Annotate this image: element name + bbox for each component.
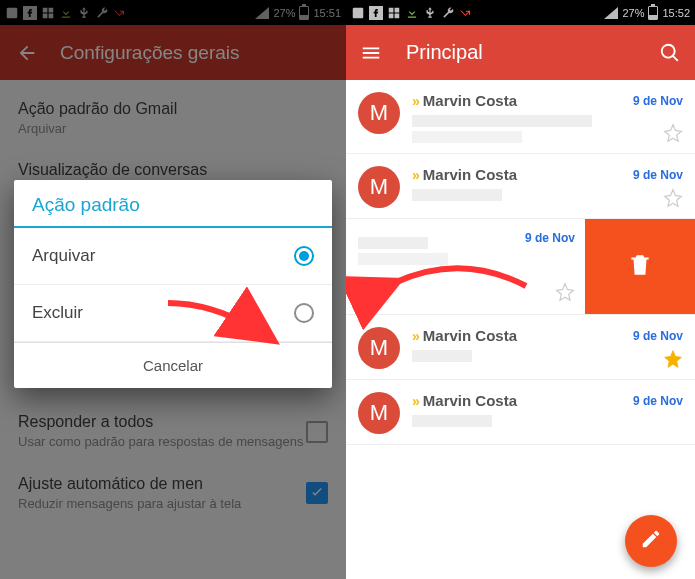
- star-icon[interactable]: [663, 123, 683, 143]
- wrench-icon: [441, 6, 455, 20]
- missed-call-icon: [459, 6, 473, 20]
- avatar[interactable]: M: [358, 166, 400, 208]
- swipe-delete-action[interactable]: [585, 219, 695, 314]
- importance-marker-icon: »: [412, 328, 417, 344]
- hamburger-icon[interactable]: [360, 42, 382, 64]
- mail-date: 9 de Nov: [633, 168, 683, 182]
- download-icon: [405, 6, 419, 20]
- mail-date: 9 de Nov: [525, 231, 575, 245]
- appbar-inbox: Principal: [346, 25, 695, 80]
- pencil-icon: [640, 528, 662, 554]
- search-icon[interactable]: [659, 42, 681, 64]
- app-icon: [351, 6, 365, 20]
- clock: 15:52: [662, 7, 690, 19]
- signal-icon: [604, 7, 618, 19]
- snippet-redacted: [412, 131, 522, 143]
- subject-redacted: [412, 115, 592, 127]
- mail-row[interactable]: M »Marvin Costa 9 de Nov: [346, 154, 695, 219]
- mail-row[interactable]: M »Marvin Costa 9 de Nov: [346, 315, 695, 380]
- mail-row-swiped[interactable]: 9 de Nov: [346, 219, 695, 315]
- dialog-cancel-button[interactable]: Cancelar: [14, 342, 332, 388]
- inbox-list[interactable]: M »Marvin Costa 9 de Nov M »Marvin Costa…: [346, 80, 695, 579]
- importance-marker-icon: »: [412, 393, 417, 409]
- right-phone: 27% 15:52 Principal M »Marvin Costa 9 de…: [346, 0, 695, 579]
- subject-redacted: [412, 350, 472, 362]
- avatar[interactable]: M: [358, 92, 400, 134]
- radio-selected[interactable]: [294, 246, 314, 266]
- mail-date: 9 de Nov: [633, 394, 683, 408]
- dialog-option-delete[interactable]: Excluir: [14, 285, 332, 342]
- subject-redacted: [412, 415, 492, 427]
- mail-date: 9 de Nov: [633, 94, 683, 108]
- option-label: Excluir: [32, 303, 294, 323]
- radio-unselected[interactable]: [294, 303, 314, 323]
- battery-pct: 27%: [622, 7, 644, 19]
- puzzle-icon: [387, 6, 401, 20]
- mail-row[interactable]: M »Marvin Costa 9 de Nov: [346, 380, 695, 445]
- sender-name: Marvin Costa: [423, 327, 517, 344]
- compose-fab[interactable]: [625, 515, 677, 567]
- subject-redacted: [358, 237, 428, 249]
- mail-row[interactable]: M »Marvin Costa 9 de Nov: [346, 80, 695, 154]
- battery-icon: [648, 6, 658, 20]
- swiped-content[interactable]: 9 de Nov: [346, 219, 585, 314]
- usb-icon: [423, 6, 437, 20]
- subject-redacted: [412, 189, 502, 201]
- fb-icon: [369, 6, 383, 20]
- star-icon[interactable]: [663, 349, 683, 369]
- avatar[interactable]: M: [358, 392, 400, 434]
- star-icon[interactable]: [663, 188, 683, 208]
- importance-marker-icon: »: [412, 167, 417, 183]
- option-label: Arquivar: [32, 246, 294, 266]
- left-phone: 27% 15:51 Configurações gerais Ação padr…: [0, 0, 346, 579]
- star-icon[interactable]: [555, 282, 575, 302]
- sender-name: Marvin Costa: [423, 392, 517, 409]
- dialog-default-action: Ação padrão Arquivar Excluir Cancelar: [14, 180, 332, 388]
- trash-icon: [627, 252, 653, 282]
- dialog-option-archive[interactable]: Arquivar: [14, 228, 332, 285]
- sender-name: Marvin Costa: [423, 166, 517, 183]
- statusbar-right: 27% 15:52: [346, 0, 695, 25]
- avatar[interactable]: M: [358, 327, 400, 369]
- sender-name: Marvin Costa: [423, 92, 517, 109]
- importance-marker-icon: »: [412, 93, 417, 109]
- mail-date: 9 de Nov: [633, 329, 683, 343]
- appbar-title: Principal: [406, 41, 483, 64]
- dialog-title: Ação padrão: [14, 180, 332, 228]
- svg-rect-2: [353, 7, 364, 18]
- snippet-redacted: [358, 253, 448, 265]
